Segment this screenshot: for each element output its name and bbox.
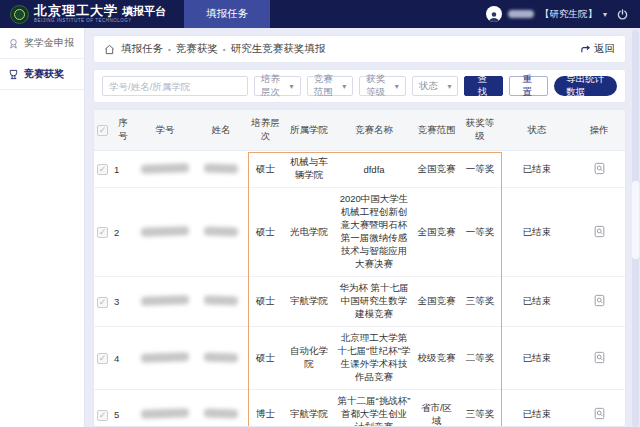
- medal-icon: [8, 69, 19, 80]
- cell-award-grade: 一等奖: [459, 151, 501, 188]
- cell-student-id-redacted: [135, 327, 195, 390]
- university-logo-icon: [10, 5, 29, 24]
- brand-name: 北京理工大学: [34, 4, 118, 17]
- cell-index: 4: [111, 327, 135, 390]
- cell-training-level: 硕士: [247, 277, 284, 327]
- col-actions: 操作: [573, 110, 625, 151]
- view-detail-icon[interactable]: [593, 351, 606, 364]
- cell-student-id-redacted: [135, 390, 195, 427]
- app-logo: 北京理工大学 填报平台 BEIJING INSTITUTE OF TECHNOL…: [0, 4, 176, 24]
- breadcrumb-item-current: 研究生竞赛获奖填报: [231, 42, 326, 56]
- cell-training-level: 硕士: [247, 151, 284, 188]
- cell-name-redacted: [195, 188, 247, 277]
- cell-college: 光电学院: [284, 188, 334, 277]
- row-checkbox[interactable]: ✓: [97, 353, 108, 364]
- cell-student-id-redacted: [135, 151, 195, 188]
- cell-award-grade: 三等奖: [459, 390, 501, 427]
- user-role-label: 【研究生院】: [540, 8, 597, 21]
- select-status[interactable]: 状态 ▾: [412, 76, 459, 96]
- col-competition-name: 竞赛名称: [334, 110, 414, 151]
- tab-fill-tasks[interactable]: 填报任务: [184, 0, 270, 28]
- cell-training-level: 硕士: [247, 327, 284, 390]
- breadcrumb-item[interactable]: 填报任务: [121, 42, 163, 56]
- home-icon[interactable]: [104, 44, 115, 55]
- breadcrumb-item[interactable]: 竞赛获奖: [176, 42, 218, 56]
- sidebar-item-scholarship[interactable]: 奖学金申报: [0, 28, 84, 59]
- cell-status: 已结束: [501, 327, 573, 390]
- row-checkbox[interactable]: ✓: [97, 227, 108, 238]
- back-button-label: 返回: [594, 42, 615, 56]
- cell-competition-name: dfdfa: [334, 151, 414, 188]
- cell-competition-name: 2020中国大学生机械工程创新创意大赛暨明石杯第一届微纳传感技术与智能应用大赛决…: [334, 188, 414, 277]
- view-detail-icon[interactable]: [593, 294, 606, 307]
- brand-english: BEIJING INSTITUTE OF TECHNOLOGY: [34, 19, 166, 24]
- cell-status: 已结束: [501, 390, 573, 427]
- cell-award-grade: 二等奖: [459, 327, 501, 390]
- select-competition-scope[interactable]: 竞赛范围 ▾: [307, 76, 354, 96]
- avatar[interactable]: [486, 6, 502, 22]
- return-arrow-icon: [580, 44, 591, 55]
- table-row: ✓2硕士光电学院2020中国大学生机械工程创新创意大赛暨明石杯第一届微纳传感技术…: [94, 188, 625, 277]
- col-competition-scope: 竞赛范围: [414, 110, 459, 151]
- select-all-checkbox[interactable]: ✓: [97, 125, 108, 136]
- table-row: ✓5博士宇航学院第十二届“挑战杯”首都大学生创业计划竞赛省市/区域三等奖已结束: [94, 390, 625, 427]
- cell-status: 已结束: [501, 277, 573, 327]
- awards-table: ✓ 序号 学号 姓名 培养层次 所属学院 竞赛名称 竞赛范围 获奖等级 状态 操…: [94, 110, 625, 427]
- cell-index: 2: [111, 188, 135, 277]
- cell-college: 机械与车辆学院: [284, 151, 334, 188]
- cell-award-grade: 三等奖: [459, 277, 501, 327]
- table-header-row: ✓ 序号 学号 姓名 培养层次 所属学院 竞赛名称 竞赛范围 获奖等级 状态 操…: [94, 110, 625, 151]
- table-row: ✓3硕士宇航学院华为杯 第十七届中国研究生数学建模竞赛全国竞赛三等奖已结束: [94, 277, 625, 327]
- cell-training-level: 硕士: [247, 188, 284, 277]
- view-detail-icon[interactable]: [593, 162, 606, 175]
- cell-competition-scope: 省市/区域: [414, 390, 459, 427]
- page-scrollbar-thumb[interactable]: [632, 181, 639, 259]
- search-input[interactable]: [102, 76, 248, 96]
- chevron-down-icon: ▾: [395, 82, 399, 91]
- cell-competition-scope: 全国竞赛: [414, 277, 459, 327]
- cell-name-redacted: [195, 151, 247, 188]
- col-name: 姓名: [195, 110, 247, 151]
- top-header: 北京理工大学 填报平台 BEIJING INSTITUTE OF TECHNOL…: [0, 0, 640, 28]
- row-checkbox[interactable]: ✓: [97, 410, 108, 421]
- search-button[interactable]: 查找: [464, 76, 503, 96]
- cell-award-grade: 一等奖: [459, 188, 501, 277]
- row-checkbox[interactable]: ✓: [97, 164, 108, 175]
- brand-suffix: 填报平台: [122, 6, 166, 17]
- cell-competition-name: 第十二届“挑战杯”首都大学生创业计划竞赛: [334, 390, 414, 427]
- sidebar-item-competition-awards[interactable]: 竞赛获奖: [0, 59, 84, 90]
- reset-button[interactable]: 重置: [509, 76, 548, 96]
- cell-training-level: 博士: [247, 390, 284, 427]
- row-checkbox[interactable]: ✓: [97, 297, 108, 308]
- cell-competition-scope: 全国竞赛: [414, 151, 459, 188]
- back-button[interactable]: 返回: [580, 42, 615, 56]
- cell-competition-scope: 全国竞赛: [414, 188, 459, 277]
- select-label: 状态: [419, 80, 438, 93]
- chevron-down-icon[interactable]: ▾: [603, 10, 607, 19]
- cell-competition-name: 华为杯 第十七届中国研究生数学建模竞赛: [334, 277, 414, 327]
- cell-name-redacted: [195, 277, 247, 327]
- breadcrumb-separator: •: [168, 45, 171, 54]
- page-scrollbar-track: [632, 30, 639, 427]
- user-name-redacted: [508, 10, 534, 18]
- cell-index: 3: [111, 277, 135, 327]
- select-award-grade[interactable]: 获奖等级 ▾: [359, 76, 406, 96]
- cell-student-id-redacted: [135, 188, 195, 277]
- logout-power-icon[interactable]: [617, 9, 628, 20]
- breadcrumb: 填报任务 • 竞赛获奖 • 研究生竞赛获奖填报 返回: [93, 35, 626, 63]
- export-statistics-button[interactable]: 导出统计数据: [554, 76, 617, 96]
- cell-name-redacted: [195, 390, 247, 427]
- col-award-grade: 获奖等级: [459, 110, 501, 151]
- view-detail-icon[interactable]: [593, 407, 606, 420]
- chevron-down-icon: ▾: [290, 82, 294, 91]
- select-label: 竞赛范围: [314, 73, 337, 99]
- col-status: 状态: [501, 110, 573, 151]
- view-detail-icon[interactable]: [593, 225, 606, 238]
- select-training-level[interactable]: 培养层次 ▾: [254, 76, 301, 96]
- chevron-down-icon: ▾: [447, 82, 451, 91]
- cell-index: 1: [111, 151, 135, 188]
- col-student-id: 学号: [135, 110, 195, 151]
- cell-college: 自动化学院: [284, 327, 334, 390]
- filter-toolbar: 培养层次 ▾ 竞赛范围 ▾ 获奖等级 ▾ 状态 ▾ 查找 重置 导出统计数据: [93, 69, 626, 103]
- sidebar-item-label: 竞赛获奖: [24, 67, 64, 81]
